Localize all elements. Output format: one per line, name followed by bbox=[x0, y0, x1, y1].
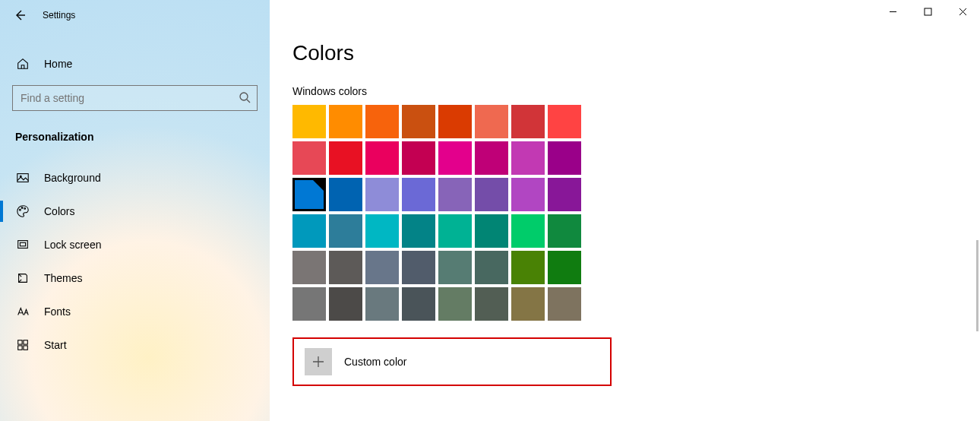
color-swatch[interactable] bbox=[292, 251, 326, 284]
color-swatch[interactable] bbox=[329, 105, 362, 138]
category-label: Personalization bbox=[12, 125, 258, 161]
color-swatch[interactable] bbox=[365, 214, 399, 248]
color-swatch[interactable] bbox=[548, 105, 581, 138]
color-swatch[interactable] bbox=[365, 251, 399, 284]
lockscreen-icon bbox=[15, 237, 30, 252]
window-title: Settings bbox=[43, 10, 75, 21]
fonts-icon bbox=[15, 304, 30, 319]
titlebar-left: Settings bbox=[0, 6, 270, 29]
picture-icon bbox=[15, 170, 30, 185]
search-icon bbox=[239, 91, 251, 106]
sidebar-item-label: Lock screen bbox=[44, 239, 101, 251]
color-swatch[interactable] bbox=[438, 141, 472, 175]
color-swatch[interactable] bbox=[475, 141, 508, 175]
sidebar-item-label: Start bbox=[44, 339, 67, 351]
svg-rect-11 bbox=[24, 346, 27, 350]
svg-point-2 bbox=[20, 176, 21, 177]
color-swatch[interactable] bbox=[438, 214, 472, 248]
scrollbar[interactable] bbox=[976, 240, 978, 331]
color-swatch[interactable] bbox=[548, 141, 581, 175]
color-swatch[interactable] bbox=[365, 178, 399, 211]
svg-rect-7 bbox=[20, 242, 25, 246]
sidebar-item-start[interactable]: Start bbox=[12, 328, 258, 362]
custom-color-row[interactable]: Custom color bbox=[292, 337, 612, 386]
sidebar-item-label: Themes bbox=[44, 272, 83, 284]
palette-icon bbox=[15, 204, 30, 219]
color-swatch[interactable] bbox=[365, 105, 399, 138]
color-swatch[interactable] bbox=[548, 178, 581, 211]
svg-point-4 bbox=[21, 207, 23, 209]
color-swatch[interactable] bbox=[329, 178, 362, 211]
svg-point-5 bbox=[24, 208, 26, 210]
nav-home-label: Home bbox=[44, 58, 72, 70]
color-swatch[interactable] bbox=[511, 251, 545, 284]
color-swatch[interactable] bbox=[402, 251, 435, 284]
color-swatch[interactable] bbox=[292, 287, 326, 321]
color-swatch[interactable] bbox=[402, 141, 435, 175]
back-icon[interactable] bbox=[14, 9, 26, 21]
sidebar-item-colors[interactable]: Colors bbox=[12, 195, 258, 228]
color-swatch[interactable] bbox=[402, 287, 435, 321]
maximize-button[interactable] bbox=[910, 0, 945, 23]
color-swatch[interactable] bbox=[402, 105, 435, 138]
color-swatch[interactable] bbox=[329, 141, 362, 175]
color-swatch[interactable] bbox=[475, 178, 508, 211]
color-swatch[interactable] bbox=[292, 178, 326, 211]
minimize-button[interactable] bbox=[875, 0, 910, 23]
color-swatch[interactable] bbox=[511, 105, 545, 138]
color-swatch[interactable] bbox=[329, 251, 362, 284]
color-swatch[interactable] bbox=[475, 105, 508, 138]
color-swatch[interactable] bbox=[548, 251, 581, 284]
color-swatch[interactable] bbox=[475, 251, 508, 284]
svg-rect-9 bbox=[24, 340, 27, 344]
color-swatch[interactable] bbox=[438, 105, 472, 138]
color-swatch[interactable] bbox=[438, 287, 472, 321]
color-swatch[interactable] bbox=[511, 214, 545, 248]
color-swatch[interactable] bbox=[548, 214, 581, 248]
svg-rect-12 bbox=[925, 8, 931, 15]
sidebar-item-label: Fonts bbox=[44, 305, 71, 318]
svg-rect-6 bbox=[18, 241, 28, 248]
window-controls bbox=[875, 0, 980, 23]
svg-rect-8 bbox=[18, 340, 22, 344]
svg-rect-1 bbox=[17, 174, 28, 182]
themes-icon bbox=[15, 271, 30, 286]
color-swatch[interactable] bbox=[329, 287, 362, 321]
color-swatch[interactable] bbox=[548, 287, 581, 321]
sidebar-item-background[interactable]: Background bbox=[12, 161, 258, 195]
color-swatch[interactable] bbox=[511, 287, 545, 321]
color-swatch[interactable] bbox=[475, 214, 508, 248]
color-swatch[interactable] bbox=[292, 141, 326, 175]
main-pane: Colors Windows colors Custom color bbox=[270, 0, 980, 421]
color-swatch-grid bbox=[292, 105, 957, 321]
home-icon bbox=[15, 56, 30, 71]
nav-home[interactable]: Home bbox=[12, 47, 258, 81]
sidebar-item-themes[interactable]: Themes bbox=[12, 261, 258, 295]
color-swatch[interactable] bbox=[329, 214, 362, 248]
close-button[interactable] bbox=[945, 0, 980, 23]
color-swatch[interactable] bbox=[438, 178, 472, 211]
color-swatch[interactable] bbox=[292, 105, 326, 138]
start-icon bbox=[15, 337, 30, 353]
color-swatch[interactable] bbox=[402, 178, 435, 211]
sidebar: Settings Home Personalization Background bbox=[0, 0, 270, 421]
svg-point-0 bbox=[240, 93, 248, 100]
page-title: Colors bbox=[292, 41, 957, 65]
search-box[interactable] bbox=[12, 85, 258, 111]
check-icon bbox=[317, 179, 326, 188]
color-swatch[interactable] bbox=[511, 178, 545, 211]
svg-rect-10 bbox=[18, 346, 22, 350]
color-swatch[interactable] bbox=[365, 141, 399, 175]
section-label: Windows colors bbox=[292, 85, 957, 97]
sidebar-item-lockscreen[interactable]: Lock screen bbox=[12, 228, 258, 261]
color-swatch[interactable] bbox=[365, 287, 399, 321]
sidebar-item-label: Background bbox=[44, 172, 101, 184]
color-swatch[interactable] bbox=[402, 214, 435, 248]
color-swatch[interactable] bbox=[475, 287, 508, 321]
sidebar-item-fonts[interactable]: Fonts bbox=[12, 295, 258, 328]
color-swatch[interactable] bbox=[438, 251, 472, 284]
color-swatch[interactable] bbox=[511, 141, 545, 175]
custom-color-label: Custom color bbox=[344, 356, 406, 368]
color-swatch[interactable] bbox=[292, 214, 326, 248]
search-input[interactable] bbox=[21, 92, 239, 104]
